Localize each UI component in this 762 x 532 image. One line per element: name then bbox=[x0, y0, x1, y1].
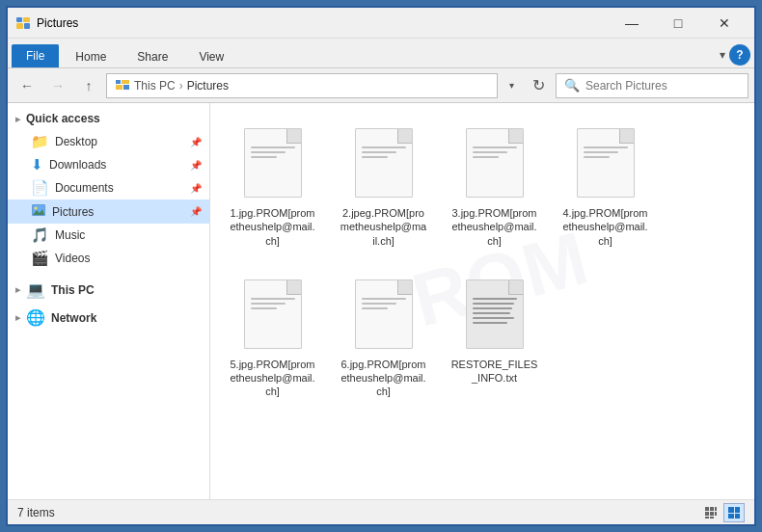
maximize-button[interactable]: □ bbox=[656, 8, 700, 39]
tab-home[interactable]: Home bbox=[61, 45, 121, 67]
pictures-icon bbox=[31, 202, 46, 221]
folder-icon: 📁 bbox=[31, 133, 49, 150]
search-box: 🔍 bbox=[556, 73, 748, 98]
file-item[interactable]: 4.jpg.PROM[prometheushelp@mail.ch] bbox=[555, 115, 656, 256]
file-page-lines bbox=[251, 146, 295, 161]
window-icon bbox=[15, 15, 31, 31]
sidebar-item-label: Desktop bbox=[55, 135, 97, 148]
sidebar-this-pc[interactable]: ▸ 💻 This PC bbox=[8, 278, 209, 302]
file-item[interactable]: RESTORE_FILES_INFO.txt bbox=[444, 266, 545, 408]
address-path[interactable]: This PC › Pictures bbox=[106, 73, 498, 98]
explorer-window: Pictures — □ ✕ File Home Share View ▾ ? … bbox=[6, 6, 756, 526]
list-view-button[interactable] bbox=[700, 503, 721, 522]
path-dropdown-button[interactable]: ▾ bbox=[502, 73, 521, 98]
svg-rect-16 bbox=[705, 512, 709, 516]
file-name: 1.jpg.PROM[prometheushelp@mail.ch] bbox=[229, 206, 316, 248]
file-page-lines bbox=[362, 298, 406, 312]
file-name: 5.jpg.PROM[prometheushelp@mail.ch] bbox=[229, 358, 316, 399]
up-button[interactable]: ↑ bbox=[75, 73, 102, 98]
videos-icon: 🎬 bbox=[31, 250, 49, 267]
svg-rect-6 bbox=[116, 85, 122, 90]
file-item[interactable]: 5.jpg.PROM[prometheushelp@mail.ch] bbox=[222, 266, 323, 408]
sidebar-item-label: Music bbox=[55, 228, 85, 242]
sidebar-quick-access[interactable]: ▸ Quick access bbox=[8, 107, 209, 130]
sidebar-item-videos[interactable]: 🎬 Videos bbox=[8, 247, 209, 270]
svg-point-10 bbox=[35, 207, 38, 210]
tab-file[interactable]: File bbox=[12, 44, 59, 67]
sidebar-item-label: Pictures bbox=[52, 205, 94, 219]
search-input[interactable] bbox=[585, 79, 740, 93]
network-icon: 🌐 bbox=[26, 308, 45, 327]
svg-rect-23 bbox=[728, 514, 734, 519]
sidebar-item-documents[interactable]: 📄 Documents 📌 bbox=[8, 176, 209, 200]
file-page bbox=[244, 128, 302, 198]
this-pc-label: This PC bbox=[51, 283, 95, 297]
file-page bbox=[355, 128, 413, 198]
pc-icon: 💻 bbox=[26, 280, 45, 299]
file-page-lines bbox=[362, 146, 406, 161]
file-item[interactable]: 1.jpg.PROM[prometheushelp@mail.ch] bbox=[222, 115, 323, 256]
svg-rect-13 bbox=[705, 507, 709, 511]
file-item[interactable]: 6.jpg.PROM[prometheushelp@mail.ch] bbox=[333, 266, 434, 408]
file-icon bbox=[571, 123, 640, 202]
svg-rect-20 bbox=[710, 517, 714, 519]
back-button[interactable]: ← bbox=[14, 73, 41, 98]
file-page-lines bbox=[251, 298, 295, 312]
refresh-button[interactable]: ↻ bbox=[525, 73, 552, 98]
svg-rect-0 bbox=[16, 17, 22, 22]
sidebar-item-music[interactable]: 🎵 Music bbox=[8, 224, 209, 247]
svg-rect-18 bbox=[715, 512, 717, 516]
tab-share[interactable]: Share bbox=[122, 45, 182, 67]
file-name: 6.jpg.PROM[prometheushelp@mail.ch] bbox=[340, 358, 427, 399]
view-buttons bbox=[700, 503, 745, 522]
close-button[interactable]: ✕ bbox=[702, 8, 747, 39]
title-bar: Pictures — □ ✕ bbox=[8, 8, 754, 39]
file-item[interactable]: 2.jpeg.PROM[prometheushelp@mail.ch] bbox=[333, 115, 434, 256]
file-item[interactable]: 3.jpg.PROM[prometheushelp@mail.ch] bbox=[444, 115, 545, 256]
file-icon bbox=[238, 275, 308, 354]
ribbon-tabs: File Home Share View ▾ ? bbox=[8, 39, 754, 67]
forward-button[interactable]: → bbox=[44, 73, 71, 98]
file-page-lines bbox=[584, 146, 628, 161]
ribbon: File Home Share View ▾ ? bbox=[8, 39, 754, 68]
pin-icon: 📌 bbox=[190, 206, 202, 217]
title-bar-controls: — □ ✕ bbox=[610, 8, 747, 39]
svg-rect-2 bbox=[16, 23, 23, 29]
svg-rect-1 bbox=[23, 17, 30, 22]
svg-rect-4 bbox=[116, 80, 121, 84]
svg-rect-24 bbox=[735, 514, 740, 519]
file-page bbox=[577, 128, 635, 198]
file-name: 3.jpg.PROM[prometheushelp@mail.ch] bbox=[450, 206, 538, 248]
file-page bbox=[466, 128, 524, 198]
sidebar: ▸ Quick access 📁 Desktop 📌 ⬇ Downloads 📌… bbox=[8, 103, 210, 499]
sidebar-item-label: Documents bbox=[55, 181, 114, 195]
tab-view[interactable]: View bbox=[184, 45, 238, 67]
svg-rect-14 bbox=[710, 507, 714, 511]
minimize-button[interactable]: — bbox=[610, 8, 654, 39]
address-bar: ← → ↑ This PC › Pictures ▾ ↻ 🔍 bbox=[8, 68, 754, 103]
network-label: Network bbox=[51, 311, 96, 325]
sidebar-network[interactable]: ▸ 🌐 Network bbox=[8, 306, 209, 330]
svg-rect-21 bbox=[728, 507, 734, 513]
file-icon bbox=[460, 123, 530, 202]
documents-icon: 📄 bbox=[31, 179, 49, 197]
file-page bbox=[244, 279, 302, 349]
large-icons-view-button[interactable] bbox=[723, 503, 745, 522]
music-icon: 🎵 bbox=[31, 226, 49, 244]
svg-rect-7 bbox=[123, 85, 129, 90]
file-icon bbox=[238, 123, 308, 202]
svg-rect-22 bbox=[735, 507, 740, 513]
file-name: RESTORE_FILES_INFO.txt bbox=[450, 358, 538, 386]
sidebar-item-label: Videos bbox=[55, 252, 90, 265]
status-bar: 7 items bbox=[8, 499, 754, 524]
sidebar-item-desktop[interactable]: 📁 Desktop 📌 bbox=[8, 130, 209, 153]
status-item-count: 7 items bbox=[17, 506, 55, 519]
sidebar-item-downloads[interactable]: ⬇ Downloads 📌 bbox=[8, 153, 209, 176]
svg-rect-3 bbox=[24, 23, 30, 29]
quick-access-label: Quick access bbox=[26, 112, 100, 125]
svg-rect-15 bbox=[715, 507, 717, 511]
svg-rect-17 bbox=[710, 512, 714, 516]
pin-icon: 📌 bbox=[190, 183, 202, 194]
file-name: 2.jpeg.PROM[prometheushelp@mail.ch] bbox=[340, 206, 427, 248]
sidebar-item-pictures[interactable]: Pictures 📌 bbox=[8, 200, 209, 224]
